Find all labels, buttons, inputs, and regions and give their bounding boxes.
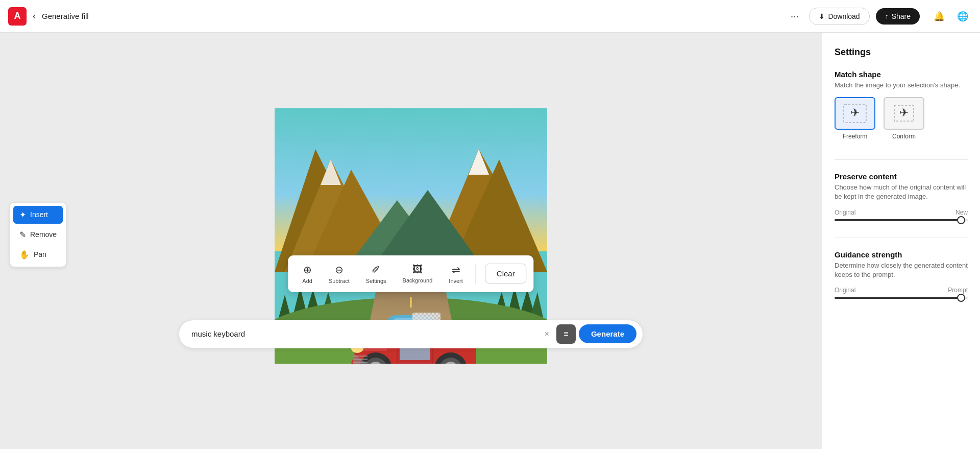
background-icon: 🖼 [412, 264, 423, 275]
ft-subtract-label: Subtract [329, 278, 350, 284]
preserve-desc: Choose how much of the original content … [835, 183, 968, 201]
insert-icon: ✦ [19, 210, 26, 220]
divider-2 [835, 238, 968, 238]
preserve-slider-thumb[interactable] [957, 216, 965, 224]
ft-invert-button[interactable]: ⇌ Invert [442, 261, 470, 287]
shape-freeform[interactable]: ✈ Freeform [835, 97, 875, 140]
settings-icon: ✐ [372, 264, 380, 276]
divider-1 [835, 159, 968, 160]
preserve-title: Preserve content [835, 172, 968, 181]
ft-settings-button[interactable]: ✐ Settings [359, 261, 394, 287]
toolbar-divider [475, 264, 476, 284]
guidance-label-right: Prompt [948, 287, 968, 294]
prompt-bar: × ≡ Generate [179, 320, 643, 348]
ft-add-button[interactable]: ⊕ Add [295, 261, 320, 287]
floating-toolbar: ⊕ Add ⊖ Subtract ✐ Settings 🖼 Background… [288, 255, 533, 292]
main: ✦ Insert ✎ Remove ✋ Pan [0, 33, 980, 449]
notifications-button[interactable]: 🔔 [930, 7, 948, 26]
canvas-area: ✦ Insert ✎ Remove ✋ Pan [0, 33, 822, 449]
preserve-labels: Original New [835, 209, 968, 216]
preserve-slider-fill [835, 219, 961, 221]
match-shape-title: Match shape [835, 70, 968, 79]
guidance-labels: Original Prompt [835, 287, 968, 294]
prompt-clear-button[interactable]: × [541, 327, 553, 341]
more-options-button[interactable]: ··· [787, 8, 803, 24]
guidance-slider-fill [835, 297, 961, 299]
tool-remove[interactable]: ✎ Remove [13, 226, 63, 244]
invert-icon: ⇌ [452, 264, 460, 276]
download-label: Download [828, 12, 860, 20]
share-icon: ↑ [885, 12, 889, 20]
share-button[interactable]: ↑ Share [876, 8, 920, 25]
guidance-section: Guidance strength Determine how closely … [835, 250, 968, 299]
conform-label: Conform [892, 133, 916, 140]
guidance-slider-track [835, 297, 968, 299]
ft-invert-label: Invert [449, 278, 463, 284]
settings-panel: Settings Match shape Match the image to … [822, 33, 980, 449]
subtract-icon: ⊖ [335, 264, 344, 276]
download-icon: ⬇ [819, 12, 825, 20]
generate-button[interactable]: Generate [579, 324, 636, 343]
tool-insert-label: Insert [30, 210, 48, 219]
preserve-slider-track [835, 219, 968, 221]
back-button[interactable]: ‹ [33, 11, 36, 21]
remove-icon: ✎ [19, 230, 26, 240]
shape-conform[interactable]: ✈ Conform [884, 97, 924, 140]
add-icon: ⊕ [303, 264, 312, 276]
shape-options: ✈ Freeform ✈ Conform [835, 97, 968, 140]
ft-settings-label: Settings [366, 278, 386, 284]
ft-background-button[interactable]: 🖼 Background [396, 261, 440, 287]
svg-text:✈: ✈ [899, 106, 909, 119]
preserve-label-right: New [955, 209, 968, 216]
conform-box: ✈ [884, 97, 924, 130]
tool-insert[interactable]: ✦ Insert [13, 206, 63, 224]
header-icons: 🔔 🌐 [930, 7, 972, 26]
download-button[interactable]: ⬇ Download [809, 8, 869, 25]
ft-subtract-button[interactable]: ⊖ Subtract [322, 261, 357, 287]
prompt-input[interactable] [191, 329, 541, 338]
left-toolbar: ✦ Insert ✎ Remove ✋ Pan [10, 203, 66, 267]
settings-title: Settings [835, 47, 968, 58]
clear-button[interactable]: Clear [485, 264, 527, 283]
app-logo: A [8, 7, 27, 26]
profile-button[interactable]: 🌐 [953, 7, 972, 26]
guidance-desc: Determine how closely the generated cont… [835, 261, 968, 279]
page-title: Generative fill [42, 12, 89, 20]
guidance-slider-row: Original Prompt [835, 287, 968, 299]
prompt-settings-button[interactable]: ≡ [556, 324, 576, 344]
ft-background-label: Background [403, 277, 433, 283]
header: A ‹ Generative fill ··· ⬇ Download ↑ Sha… [0, 0, 980, 33]
svg-text:✈: ✈ [850, 106, 860, 119]
pan-icon: ✋ [19, 250, 30, 259]
match-shape-desc: Match the image to your selection's shap… [835, 81, 968, 90]
guidance-slider-thumb[interactable] [957, 294, 965, 302]
freeform-label: Freeform [843, 133, 868, 140]
guidance-label-left: Original [835, 287, 855, 294]
preserve-label-left: Original [835, 209, 855, 216]
preserve-slider-row: Original New [835, 209, 968, 221]
tool-pan[interactable]: ✋ Pan [13, 246, 63, 264]
guidance-title: Guidance strength [835, 250, 968, 259]
freeform-box: ✈ [835, 97, 875, 130]
ft-add-label: Add [302, 278, 312, 284]
tool-remove-label: Remove [30, 230, 57, 239]
preserve-content-section: Preserve content Choose how much of the … [835, 172, 968, 221]
match-shape-section: Match shape Match the image to your sele… [835, 70, 968, 143]
tool-pan-label: Pan [34, 250, 46, 258]
share-label: Share [892, 12, 911, 20]
canvas-wrapper: ⊕ Add ⊖ Subtract ✐ Settings 🖼 Background… [275, 108, 547, 364]
prompt-settings-icon: ≡ [564, 329, 568, 339]
